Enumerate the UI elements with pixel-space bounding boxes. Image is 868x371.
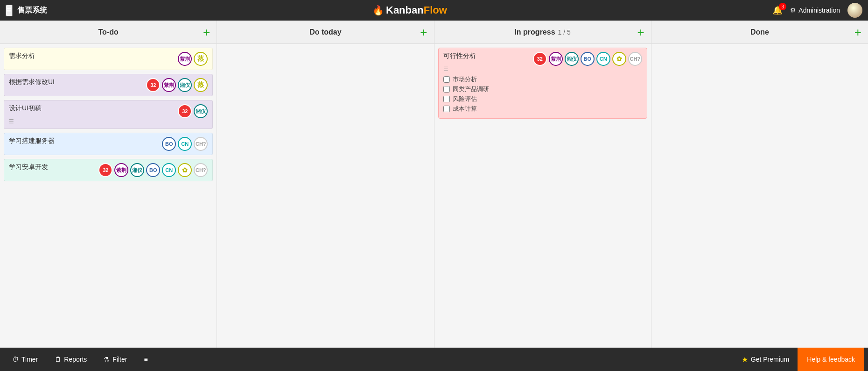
subtask-item: 市场分析 — [443, 75, 642, 84]
chip-BO: BO — [146, 163, 160, 177]
col-body-done — [651, 44, 868, 348]
card-subtask-row-c3: ☰ — [9, 118, 208, 125]
column-dotoday: Do today+ — [217, 21, 434, 348]
subtask-label: 市场分析 — [453, 75, 477, 84]
chip-32: 32 — [533, 52, 547, 66]
chip-CN: CN — [162, 163, 176, 177]
card-c6[interactable]: 可行性分析32紫荆湘仪BOCN✿CH?☰市场分析同类产品调研风险评估成本计算 — [438, 48, 647, 119]
reports-button[interactable]: 🗒 Reports — [46, 348, 95, 371]
card-c5[interactable]: 学习安卓开发32紫荆湘仪BOCN✿CH? — [4, 159, 213, 181]
more-menu-icon: ≡ — [144, 356, 147, 363]
card-c3[interactable]: 设计UI初稿32湘仪☰ — [4, 100, 213, 129]
column-inprogress: In progress1 / 5+可行性分析32紫荆湘仪BOCN✿CH?☰市场分… — [434, 21, 651, 348]
logo-kanban: Kanban — [386, 4, 424, 16]
logo-flow: Flow — [424, 4, 447, 16]
get-premium-button[interactable]: ★ Get Premium — [733, 348, 798, 371]
timer-button[interactable]: ⏱ Timer — [4, 348, 46, 371]
subtask-item: 同类产品调研 — [443, 85, 642, 93]
col-title-done: Done — [750, 28, 769, 36]
filter-label: Filter — [112, 356, 127, 363]
col-title-inprogress: In progress — [514, 28, 555, 36]
card-header-c2: 根据需求修改UI32紫荆湘仪蒸 — [9, 78, 208, 92]
card-title-c3: 设计UI初稿 — [9, 104, 42, 113]
chip-湘仪: 湘仪 — [194, 104, 208, 118]
col-header-inprogress: In progress1 / 5+ — [434, 21, 651, 44]
add-task-button-todo[interactable]: + — [203, 26, 210, 38]
timer-icon: ⏱ — [12, 356, 19, 363]
card-title-c6: 可行性分析 — [443, 52, 476, 60]
add-task-button-done[interactable]: + — [854, 26, 861, 38]
premium-label: Get Premium — [751, 356, 789, 363]
col-header-todo: To-do+ — [0, 21, 217, 44]
card-c1[interactable]: 需求分析紫荆蒸 — [4, 48, 213, 70]
more-menu-button[interactable]: ≡ — [135, 348, 156, 371]
chip-CH?: CH? — [194, 163, 208, 177]
bottombar: ⏱ Timer 🗒 Reports ⚗ Filter ≡ ★ Get Premi… — [0, 348, 868, 371]
logo-text: KanbanFlow — [386, 4, 447, 16]
card-chips-c4: BOCNCH? — [162, 137, 208, 151]
card-c2[interactable]: 根据需求修改UI32紫荆湘仪蒸 — [4, 74, 213, 96]
topnav: ≡ 售票系统 🔥 KanbanFlow 🔔 3 ⚙ Administration — [0, 0, 868, 21]
card-title-c5: 学习安卓开发 — [9, 163, 48, 171]
topnav-center: 🔥 KanbanFlow — [47, 4, 773, 16]
subtask-item: 成本计算 — [443, 105, 642, 113]
topnav-right: 🔔 3 ⚙ Administration — [772, 3, 862, 18]
avatar-image — [847, 3, 862, 18]
subtask-label: 风险评估 — [453, 95, 477, 103]
chip-湘仪: 湘仪 — [565, 52, 579, 66]
topnav-left: ≡ 售票系统 — [6, 5, 47, 16]
card-chips-c6: 32紫荆湘仪BOCN✿CH? — [533, 52, 642, 66]
star-icon: ★ — [742, 355, 748, 364]
card-header-c1: 需求分析紫荆蒸 — [9, 52, 208, 66]
subtask-checkbox[interactable] — [443, 96, 450, 102]
column-todo: To-do+需求分析紫荆蒸根据需求修改UI32紫荆湘仪蒸设计UI初稿32湘仪☰学… — [0, 21, 217, 348]
col-count-inprogress: 1 / 5 — [558, 29, 571, 36]
chip-蒸: 蒸 — [194, 78, 208, 92]
subtask-checkbox[interactable] — [443, 106, 450, 112]
subtask-checkbox[interactable] — [443, 86, 450, 93]
help-feedback-button[interactable]: Help & feedback — [798, 348, 864, 371]
column-done: Done+ — [651, 21, 868, 348]
card-chips-c2: 32紫荆湘仪蒸 — [146, 78, 208, 92]
card-title-c1: 需求分析 — [9, 52, 35, 60]
add-task-button-inprogress[interactable]: + — [637, 26, 644, 38]
card-header-c4: 学习搭建服务器BOCNCH? — [9, 137, 208, 151]
filter-icon: ⚗ — [104, 356, 110, 363]
card-chips-c3: 32湘仪 — [178, 104, 208, 118]
reports-icon: 🗒 — [55, 356, 61, 363]
chip-紫荆: 紫荆 — [114, 163, 128, 177]
card-chips-c5: 32紫荆湘仪BOCN✿CH? — [98, 163, 208, 177]
timer-label: Timer — [21, 356, 38, 363]
chip-32: 32 — [178, 104, 192, 118]
add-task-button-dotoday[interactable]: + — [420, 26, 427, 38]
filter-button[interactable]: ⚗ Filter — [95, 348, 135, 371]
card-header-c6: 可行性分析32紫荆湘仪BOCN✿CH? — [443, 52, 642, 66]
card-title-c2: 根据需求修改UI — [9, 78, 55, 86]
col-body-todo: 需求分析紫荆蒸根据需求修改UI32紫荆湘仪蒸设计UI初稿32湘仪☰学习搭建服务器… — [0, 44, 217, 348]
card-header-c3: 设计UI初稿32湘仪 — [9, 104, 208, 118]
subtask-checkbox[interactable] — [443, 76, 450, 83]
administration-button[interactable]: ⚙ Administration — [790, 7, 840, 14]
reports-label: Reports — [64, 356, 87, 363]
hamburger-button[interactable]: ≡ — [6, 5, 13, 16]
logo-flame-icon: 🔥 — [372, 5, 384, 16]
chip-蒸: 蒸 — [194, 52, 208, 66]
card-chips-c1: 紫荆蒸 — [178, 52, 208, 66]
chip-✿: ✿ — [178, 163, 192, 177]
chip-CN: CN — [178, 137, 192, 151]
chip-BO: BO — [162, 137, 176, 151]
col-header-dotoday: Do today+ — [217, 21, 434, 44]
subtask-label: 成本计算 — [453, 105, 477, 113]
chip-CH?: CH? — [194, 137, 208, 151]
subtask-item: 风险评估 — [443, 95, 642, 103]
notification-button[interactable]: 🔔 3 — [772, 5, 783, 15]
chip-紫荆: 紫荆 — [162, 78, 176, 92]
chip-紫荆: 紫荆 — [549, 52, 563, 66]
col-body-dotoday — [217, 44, 434, 348]
card-c4[interactable]: 学习搭建服务器BOCNCH? — [4, 133, 213, 155]
chip-32: 32 — [98, 163, 112, 177]
avatar[interactable] — [847, 3, 862, 18]
chip-湘仪: 湘仪 — [178, 78, 192, 92]
kanban-board: To-do+需求分析紫荆蒸根据需求修改UI32紫荆湘仪蒸设计UI初稿32湘仪☰学… — [0, 21, 868, 348]
col-header-done: Done+ — [651, 21, 868, 44]
